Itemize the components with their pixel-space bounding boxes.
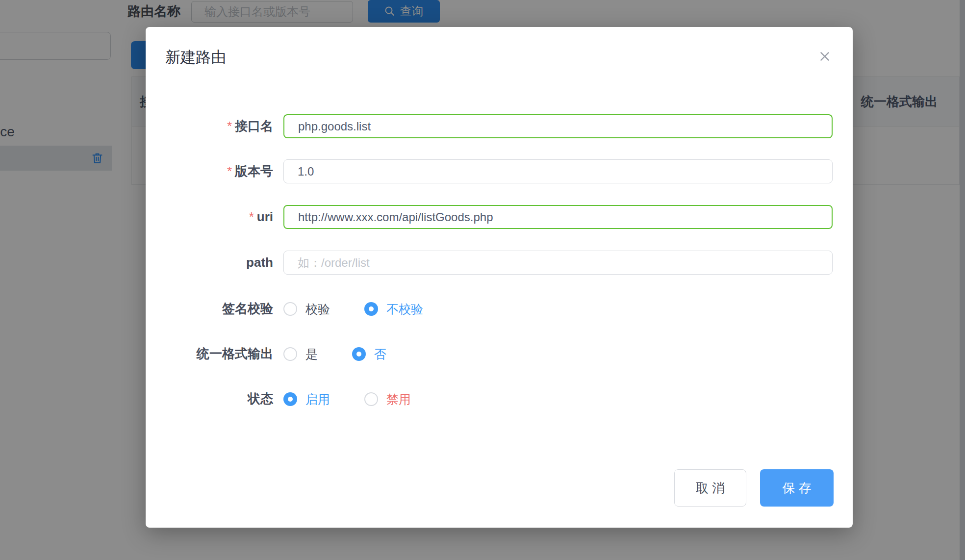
dialog-title: 新建路由 bbox=[165, 49, 226, 66]
sign-check-label-text: 签名校验 bbox=[222, 301, 273, 316]
form-row-api-name: *接口名 bbox=[146, 114, 853, 138]
form-row-sign-check: 签名校验 校验 不校验 bbox=[146, 297, 853, 321]
sign-check-radio-group: 校验 不校验 bbox=[283, 297, 423, 321]
new-route-dialog: 新建路由 *接口名 *版本号 *uri bbox=[146, 27, 853, 528]
required-mark: * bbox=[227, 164, 232, 178]
form-row-path: path bbox=[146, 251, 853, 275]
path-label-text: path bbox=[246, 255, 273, 270]
radio-no-verify-icon[interactable] bbox=[364, 302, 378, 316]
form-row-unified-output: 统一格式输出 是 否 bbox=[146, 342, 853, 366]
cancel-button[interactable]: 取 消 bbox=[674, 469, 746, 507]
radio-yes-label[interactable]: 是 bbox=[305, 347, 318, 361]
sign-check-label: 签名校验 bbox=[146, 297, 273, 321]
radio-disabled-label[interactable]: 禁用 bbox=[386, 392, 411, 406]
path-label: path bbox=[146, 251, 273, 275]
form-row-uri: *uri bbox=[146, 205, 853, 229]
radio-disabled-icon[interactable] bbox=[364, 392, 378, 406]
close-icon[interactable] bbox=[817, 50, 832, 64]
uri-label-text: uri bbox=[257, 209, 273, 224]
uri-input[interactable] bbox=[283, 205, 833, 229]
radio-option-no-verify[interactable]: 不校验 bbox=[364, 302, 423, 316]
status-label-text: 状态 bbox=[248, 391, 273, 406]
radio-option-no[interactable]: 否 bbox=[352, 347, 386, 361]
app-root: 路由名称 查询 接口名 统一格式输出 ice bbox=[0, 0, 965, 560]
radio-option-yes[interactable]: 是 bbox=[283, 347, 318, 361]
required-mark: * bbox=[249, 209, 254, 224]
version-label: *版本号 bbox=[146, 159, 273, 183]
radio-verify-icon[interactable] bbox=[283, 302, 297, 316]
status-radio-group: 启用 禁用 bbox=[283, 387, 411, 411]
radio-verify-label[interactable]: 校验 bbox=[305, 302, 330, 316]
unified-output-radio-group: 是 否 bbox=[283, 342, 386, 366]
form-row-status: 状态 启用 禁用 bbox=[146, 387, 853, 411]
required-mark: * bbox=[227, 119, 232, 133]
radio-no-label[interactable]: 否 bbox=[374, 347, 386, 361]
save-button[interactable]: 保 存 bbox=[760, 469, 834, 507]
unified-output-label: 统一格式输出 bbox=[146, 342, 273, 366]
version-input[interactable] bbox=[283, 159, 833, 183]
radio-yes-icon[interactable] bbox=[283, 347, 297, 361]
uri-label: *uri bbox=[146, 205, 273, 229]
api-name-label: *接口名 bbox=[146, 114, 273, 138]
path-input[interactable] bbox=[283, 251, 833, 275]
radio-no-icon[interactable] bbox=[352, 347, 366, 361]
form-row-version: *版本号 bbox=[146, 159, 853, 183]
radio-enabled-label[interactable]: 启用 bbox=[305, 392, 330, 406]
radio-option-verify[interactable]: 校验 bbox=[283, 302, 330, 316]
api-name-input[interactable] bbox=[283, 114, 833, 138]
radio-no-verify-label[interactable]: 不校验 bbox=[386, 302, 423, 316]
api-name-label-text: 接口名 bbox=[235, 119, 273, 133]
radio-option-enabled[interactable]: 启用 bbox=[283, 392, 330, 406]
unified-output-label-text: 统一格式输出 bbox=[197, 346, 273, 361]
status-label: 状态 bbox=[146, 387, 273, 411]
version-label-text: 版本号 bbox=[235, 164, 273, 178]
radio-enabled-icon[interactable] bbox=[283, 392, 297, 406]
radio-option-disabled[interactable]: 禁用 bbox=[364, 392, 411, 406]
